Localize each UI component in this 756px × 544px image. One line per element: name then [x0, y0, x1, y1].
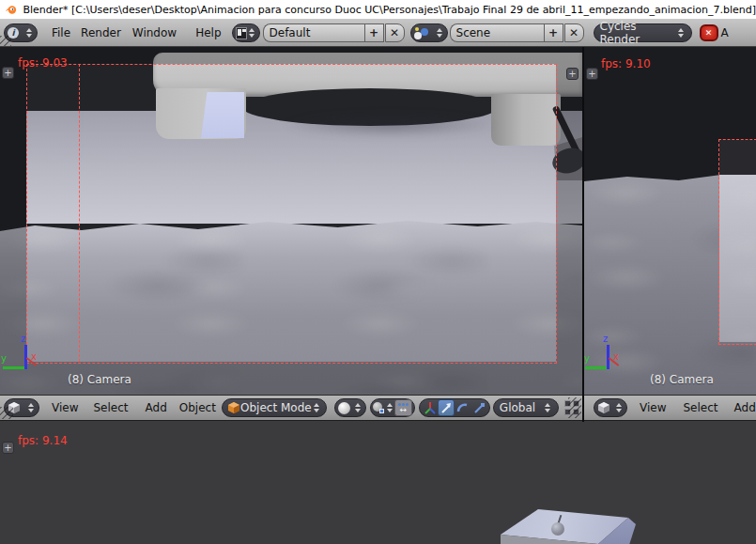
fps-counter: fps: 9.14 [18, 434, 68, 447]
menu-view[interactable]: View [640, 401, 666, 414]
box-object-group[interactable] [488, 503, 648, 544]
spinner-arrows-icon[interactable] [247, 25, 255, 40]
scene-selector[interactable] [410, 23, 448, 42]
axis-y-label: y [1, 353, 7, 364]
spinner-arrows-icon[interactable] [543, 400, 552, 415]
spinner-arrows-icon[interactable] [385, 400, 394, 415]
layout-name-field[interactable]: Default [263, 23, 364, 42]
render-engine-value: Cycles Render [600, 20, 676, 46]
add-scene-button[interactable]: + [544, 23, 563, 42]
area-corner-handle[interactable] [0, 36, 11, 46]
menu-add[interactable]: Add [734, 401, 756, 414]
3d-view-cube-icon [597, 401, 610, 414]
area-corner-handle[interactable] [0, 407, 13, 419]
mode-value: Object Mode [240, 401, 312, 414]
render-engine-selector[interactable]: Cycles Render [594, 23, 692, 42]
spinner-arrows-icon[interactable] [24, 25, 34, 40]
viewport-camera-secondary[interactable]: fps: 9.10 + z y x (8) Camera [584, 47, 756, 395]
viewport-bottom[interactable]: fps: 9.14 + [0, 422, 756, 544]
area-corner-handle[interactable] [568, 397, 581, 418]
error-icon: ✕ [700, 24, 718, 41]
center-points-arrow-icon: ↔ [400, 406, 408, 414]
camera-name-label: (8) Camera [650, 373, 714, 386]
title-bar: Blender* [C:\Users\deser\Desktop\Animaci… [0, 0, 756, 20]
render-border-line [79, 64, 81, 362]
add-layout-button[interactable]: + [364, 23, 384, 42]
camera-frame-border [718, 139, 756, 345]
menu-select[interactable]: Select [93, 401, 128, 414]
window-title: Blender* [C:\Users\deser\Desktop\Animaci… [23, 4, 756, 16]
camera-name-label: (8) Camera [68, 373, 131, 386]
panel-expander-left[interactable]: + [2, 67, 14, 79]
transform-manipulator-cluster [419, 398, 490, 417]
menu-select[interactable]: Select [683, 401, 717, 414]
spinner-arrows-icon[interactable] [614, 400, 624, 415]
report-error-area: ✕ A [700, 24, 729, 41]
menu-help[interactable]: Help [195, 26, 221, 39]
fps-counter: fps: 9.03 [18, 56, 68, 70]
axis-x-label: x [613, 351, 619, 362]
editor-type-selector-3dview[interactable] [594, 398, 627, 417]
menu-object[interactable]: Object [179, 401, 216, 414]
menu-window[interactable]: Window [132, 26, 177, 39]
manipulate-center-points-toggle[interactable]: ↔ [394, 399, 412, 416]
camera-frame-border [26, 64, 557, 364]
blender-logo-icon [5, 3, 17, 17]
menu-add[interactable]: Add [146, 401, 167, 414]
camera-passepartout-top [0, 47, 582, 64]
layout-name-value: Default [270, 26, 311, 39]
delete-scene-button[interactable]: ✕ [564, 23, 584, 42]
panel-expander-left[interactable]: + [2, 442, 14, 454]
viewport-header-left: View Select Add Object Object Mode [0, 395, 582, 421]
area-splitter[interactable] [582, 47, 584, 422]
panel-expander-right[interactable]: + [566, 68, 579, 80]
viewport-camera-main[interactable]: fps: 9.03 + + z y x (8) Camera [0, 47, 582, 395]
axis-z-label: z [21, 334, 25, 344]
sphere-object[interactable] [551, 522, 564, 536]
delete-layout-button[interactable]: ✕ [385, 23, 405, 42]
pivot-point-cluster[interactable]: ↔ [370, 398, 415, 417]
shading-sphere-icon [338, 402, 350, 414]
scene-name-value: Scene [456, 26, 491, 39]
blender-window: Blender* [C:\Users\deser\Desktop\Animaci… [0, 0, 756, 544]
axis-z-label: z [603, 334, 608, 344]
manipulator-axes-icon[interactable] [422, 399, 438, 416]
translate-manipulator-button[interactable] [438, 399, 455, 416]
camera-passepartout-left [0, 64, 26, 362]
error-message-fragment: A [721, 26, 729, 39]
rotate-manipulator-button[interactable] [455, 399, 471, 416]
spinner-arrows-icon[interactable] [312, 400, 321, 415]
object-mode-cube-icon [227, 401, 240, 414]
mode-selector[interactable]: Object Mode [222, 398, 327, 417]
transform-orientation-selector[interactable]: Global [493, 398, 559, 417]
pivot-point-icon [373, 402, 385, 414]
spinner-arrows-icon[interactable] [676, 25, 686, 40]
fps-counter: fps: 9.10 [601, 57, 651, 70]
menu-file[interactable]: File [52, 26, 70, 39]
info-header: i File Render Window Help Default + ✕ [0, 20, 756, 47]
screen-layout-icon [236, 27, 248, 39]
screen-layout-selector[interactable] [232, 23, 260, 42]
scale-manipulator-button[interactable] [471, 399, 486, 416]
scene-name-field[interactable]: Scene [450, 23, 544, 42]
axis-y-line [3, 366, 24, 369]
orientation-value: Global [500, 401, 535, 414]
scene-icon [414, 27, 428, 39]
axis-y-label: y [584, 353, 590, 364]
spinner-arrows-icon[interactable] [26, 400, 36, 415]
camera-passepartout-right [556, 64, 582, 362]
viewport-shading-selector[interactable] [334, 398, 366, 417]
menu-view[interactable]: View [52, 401, 78, 414]
menu-render[interactable]: Render [81, 26, 121, 39]
viewport-header-right: View Select Add [584, 395, 756, 421]
spinner-arrows-icon[interactable] [353, 400, 363, 415]
axis-y-line [585, 366, 607, 369]
panel-expander-left[interactable]: + [586, 68, 598, 80]
spinner-arrows-icon[interactable] [435, 25, 444, 40]
axis-x-label: x [31, 351, 37, 362]
